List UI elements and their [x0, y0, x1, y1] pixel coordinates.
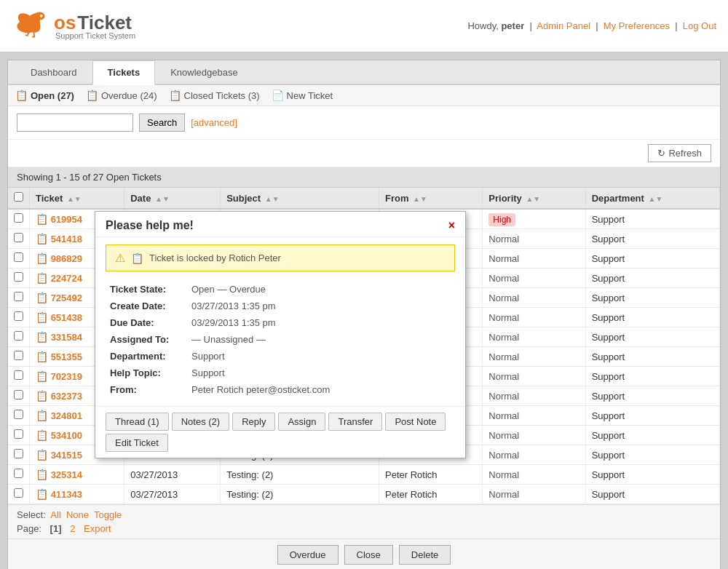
warning-icon: ⚠ — [115, 251, 125, 265]
modal-body: ⚠ 📋 Ticket is locked by Rotich Peter Tic… — [95, 237, 465, 406]
modal-field-value: 03/27/2013 1:35 pm — [189, 298, 454, 314]
modal-action-transfer[interactable]: Transfer — [328, 413, 382, 431]
locked-warning: ⚠ 📋 Ticket is locked by Rotich Peter — [106, 244, 455, 271]
modal-action-thread[interactable]: Thread (1) — [106, 413, 169, 431]
modal-field-label: Due Date: — [107, 315, 187, 330]
modal-detail-row: From: Peter Rotich peter@osticket.com — [107, 382, 454, 397]
modal-details-table: Ticket State: Open — Overdue Create Date… — [106, 280, 455, 399]
modal-detail-row: Ticket State: Open — Overdue — [107, 282, 454, 297]
modal-field-value: Peter Rotich peter@osticket.com — [189, 382, 454, 397]
modal-action-notes[interactable]: Notes (2) — [172, 413, 229, 431]
modal-field-label: Ticket State: — [107, 282, 187, 297]
modal-field-value: Support — [189, 365, 454, 381]
modal-overlay: Please help me! × ⚠ 📋 Ticket is locked b… — [0, 0, 728, 569]
modal-title: Please help me! — [106, 219, 194, 232]
modal-field-value: — Unassigned — — [189, 332, 454, 347]
modal-field-value: Open — Overdue — [189, 282, 454, 297]
modal-field-label: Department: — [107, 349, 187, 364]
modal-detail-row: Help Topic: Support — [107, 365, 454, 381]
modal-field-label: Create Date: — [107, 298, 187, 314]
modal-detail-row: Create Date: 03/27/2013 1:35 pm — [107, 298, 454, 314]
ticket-modal: Please help me! × ⚠ 📋 Ticket is locked b… — [95, 211, 466, 458]
modal-field-value: Support — [189, 349, 454, 364]
modal-detail-row: Assigned To: — Unassigned — — [107, 332, 454, 347]
modal-field-value: 03/29/2013 1:35 pm — [189, 315, 454, 330]
modal-details-tbody: Ticket State: Open — Overdue Create Date… — [107, 282, 454, 397]
modal-action-reply[interactable]: Reply — [232, 413, 275, 431]
modal-field-label: Assigned To: — [107, 332, 187, 347]
modal-action-assign[interactable]: Assign — [278, 413, 325, 431]
modal-field-label: Help Topic: — [107, 365, 187, 381]
modal-action-edit-ticket[interactable]: Edit Ticket — [106, 434, 168, 452]
modal-detail-row: Department: Support — [107, 349, 454, 364]
modal-header: Please help me! × — [95, 212, 465, 237]
locked-message: Ticket is locked by Rotich Peter — [149, 252, 281, 263]
modal-field-label: From: — [107, 382, 187, 397]
modal-action-post-note[interactable]: Post Note — [385, 413, 446, 431]
modal-close-button[interactable]: × — [448, 219, 455, 232]
modal-actions: Thread (1)Notes (2)ReplyAssignTransferPo… — [95, 406, 465, 458]
modal-detail-row: Due Date: 03/29/2013 1:35 pm — [107, 315, 454, 330]
modal-details: Ticket State: Open — Overdue Create Date… — [106, 280, 455, 399]
ticket-lock-icon: 📋 — [131, 252, 143, 264]
